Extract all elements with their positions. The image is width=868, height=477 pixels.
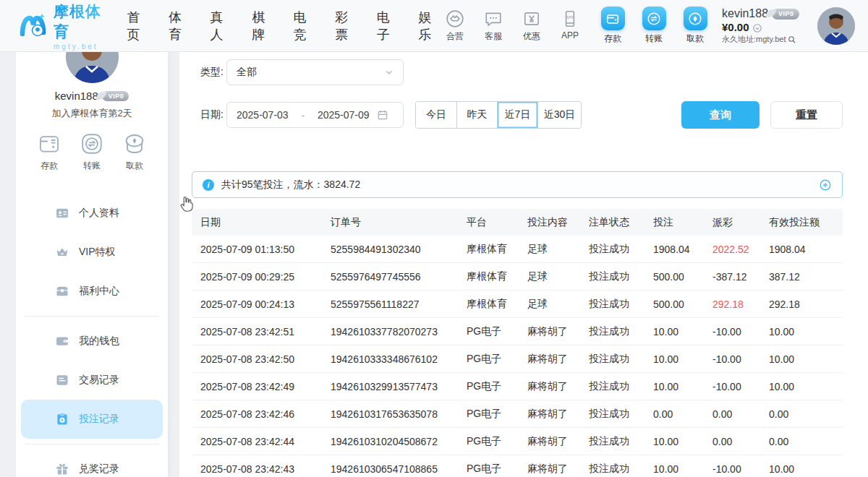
mobile-phone-icon: APP [561,9,580,29]
cell-content: 麻将胡了 [519,373,580,400]
customer-service-label: 客服 [485,30,502,43]
search-button[interactable]: 查询 [681,101,760,129]
reset-button[interactable]: 重置 [770,101,843,129]
expand-circle-plus-icon[interactable] [819,179,832,192]
chat-bubble-icon [484,9,503,29]
brand-logo[interactable]: 摩根体育 mgty.bet [17,1,108,51]
cell-valid: 0.00 [760,428,843,455]
sidebar-divider [25,316,159,317]
magnifier-icon[interactable] [788,35,796,44]
sidebar-item-profile[interactable]: 个人资料 [21,194,163,233]
nav-item-entertainment[interactable]: 娱乐 [418,9,441,43]
deposit-button[interactable]: 存款 [597,7,628,45]
sidebar-deposit-button[interactable]: 存款 [33,131,65,172]
user-info-block: kevin188 VIP0 ¥0.00 永久地址:mgty.bet [722,7,809,45]
sidebar-item-wallet[interactable]: 我的钱包 [21,322,163,361]
sidebar-vip-badge: VIP0 [102,91,129,101]
withdraw-button[interactable]: 取款 [680,7,710,45]
sidebar-item-vip[interactable]: VIP特权 [21,233,163,272]
nav-item-lottery[interactable]: 彩票 [335,9,357,43]
nav-item-slots[interactable]: 电子 [377,9,399,43]
cell-bet: 10.00 [644,455,704,477]
table-row: 2025-07-08 23:42:49 1942610329913577473 … [192,373,843,400]
cell-content: 足球 [519,236,580,262]
range-yesterday-button[interactable]: 昨天 [456,102,497,128]
cell-date: 2025-07-09 01:13:50 [192,236,322,262]
cell-platform: PG电子 [458,455,519,477]
date-from-value: 2025-07-03 [237,109,289,121]
nav-actions: 存款 转账 取款 [597,7,710,45]
sidebar-withdraw-button[interactable]: 取款 [119,131,150,172]
sidebar-divider [25,444,159,444]
sidebar-transfer-label: 转账 [83,160,101,172]
cell-content: 足球 [519,263,580,290]
info-icon: i [203,179,214,191]
user-avatar[interactable] [817,7,855,45]
wallet-icon [601,7,625,30]
cell-status: 投注成功 [580,373,644,400]
cell-status: 投注成功 [580,236,644,262]
summary-text: 共计95笔投注，流水：3824.72 [221,179,360,192]
promotions-button[interactable]: 优惠 [517,9,546,43]
cell-payout: 0.00 [704,428,760,455]
nav-item-board-games[interactable]: 棋牌 [252,9,274,43]
cell-date: 2025-07-08 23:42:51 [192,318,322,345]
sidebar-item-prize-records[interactable]: 兑奖记录 [21,450,163,477]
date-range-input[interactable]: 2025-07-03 - 2025-07-09 [226,102,404,128]
cell-valid: 10.00 [760,318,843,345]
cell-status: 投注成功 [580,345,644,372]
nav-item-home[interactable]: 首页 [127,9,149,43]
nav-item-live[interactable]: 真人 [210,9,233,43]
app-download-button[interactable]: APP APP [556,9,584,43]
table-header: 日期 订单号 平台 投注内容 注单状态 投注 派彩 有效投注额 [192,209,843,236]
table-row: 2025-07-08 23:42:51 1942610337782070273 … [192,318,843,345]
cell-valid: 387.12 [760,263,843,290]
cell-platform: PG电子 [458,400,519,427]
cell-bet: 10.00 [644,373,704,400]
sidebar-joined-text: 加入摩根体育第2天 [16,107,168,120]
cell-platform: 摩根体育 [458,291,519,317]
type-select[interactable]: 全部 [226,59,404,85]
table-row: 2025-07-08 23:42:50 1942610333348676102 … [192,345,843,373]
brand-domain: mgty.bet [54,43,108,51]
cell-status: 投注成功 [580,455,644,477]
clipboard-icon [55,412,69,426]
refresh-balance-icon[interactable] [752,23,762,33]
cell-bet: 10.00 [644,428,704,455]
sidebar-item-welfare[interactable]: 福利中心 [21,272,163,311]
cell-content: 麻将胡了 [519,400,580,427]
sidebar-item-transactions[interactable]: 交易记录 [21,361,163,400]
col-header-platform: 平台 [458,209,519,236]
cell-date: 2025-07-08 23:42:46 [192,400,322,427]
page-body: kevin188 VIP0 加入摩根体育第2天 存款 [0,52,868,477]
cell-payout: -387.12 [704,263,760,290]
customer-service-button[interactable]: 客服 [479,9,508,43]
main-nav: 首页 体育 真人 棋牌 电竞 彩票 电子 娱乐 [127,9,441,43]
cell-status: 投注成功 [580,291,644,317]
table-row: 2025-07-09 00:24:13 5255975561118227 摩根体… [192,291,843,318]
partner-button[interactable]: 合营 [441,9,469,43]
cell-payout: -10.00 [704,318,760,345]
bet-records-table: 日期 订单号 平台 投注内容 注单状态 投注 派彩 有效投注额 2025-07-… [192,209,843,477]
app-download-label: APP [561,30,579,40]
cell-platform: PG电子 [458,428,519,455]
sidebar-deposit-label: 存款 [41,160,58,172]
sidebar-item-label: 交易记录 [79,374,119,387]
cell-payout: 292.18 [704,291,760,317]
deposit-label: 存款 [604,33,621,45]
transfer-button[interactable]: 转账 [639,7,669,45]
range-last30days-button[interactable]: 近30日 [537,102,581,128]
sidebar-item-label: 我的钱包 [79,335,119,348]
range-today-button[interactable]: 今日 [416,102,456,128]
type-select-value: 全部 [237,66,257,79]
sidebar-transfer-button[interactable]: 转账 [76,131,108,172]
col-header-order: 订单号 [322,209,458,236]
nav-item-sports[interactable]: 体育 [169,9,191,43]
nav-item-esports[interactable]: 电竞 [294,9,316,43]
range-last7days-button[interactable]: 近7日 [497,102,537,128]
sidebar-item-bet-records[interactable]: 投注记录 [21,400,163,439]
cell-date: 2025-07-09 00:29:25 [192,263,322,290]
wallet-outline-icon [36,131,62,157]
sidebar-item-label: 个人资料 [79,207,119,220]
col-header-status: 注单状态 [580,209,644,236]
